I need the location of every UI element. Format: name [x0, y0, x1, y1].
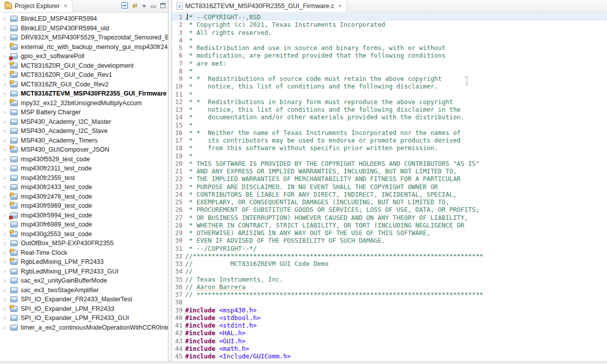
- chevron-right-icon[interactable]: ›: [4, 138, 9, 144]
- project-tree-item[interactable]: ›SPI_IO_Expander_FR2433_MasterTest: [0, 295, 168, 304]
- project-tree-item[interactable]: ›msp430g2553_test_code: [0, 230, 168, 239]
- project-tree-item[interactable]: ›msp430fr6989_test_code: [0, 220, 168, 230]
- project-tree-item[interactable]: ›msp430fr5969_test_code: [0, 201, 168, 211]
- chevron-right-icon[interactable]: ›: [4, 90, 9, 97]
- chevron-right-icon[interactable]: ›: [4, 184, 9, 190]
- tab-project-explorer[interactable]: Project Explorer ✕: [0, 0, 72, 12]
- line-number: 29: [172, 229, 185, 237]
- chevron-right-icon[interactable]: ›: [4, 175, 9, 181]
- tab-editor-file[interactable]: c MCT8316ZTEVM_MSP430FR2355_GUI_Firmware…: [172, 0, 347, 12]
- project-tree-item[interactable]: ›MCT8316ZR_GUI_Code_Rev2: [0, 80, 168, 89]
- project-tree-item[interactable]: ›OutOfBox_MSP-EXP430FR2355: [0, 239, 168, 248]
- tab-close-icon[interactable]: ✕: [338, 4, 342, 9]
- chevron-right-icon[interactable]: ›: [4, 128, 9, 134]
- code-line: 32//************************************…: [172, 252, 607, 260]
- project-explorer-tabbar: Project Explorer ✕ ⇄: [0, 0, 168, 13]
- project-tree-item[interactable]: ›MSP430_GUIComposer_JSON: [0, 145, 168, 155]
- project-tree-item[interactable]: ›MCT8316Z0R_GUI_Code_Rev1: [0, 70, 168, 80]
- project-name-label: msp430fr2355_test: [21, 174, 75, 181]
- project-tree-item[interactable]: ›gpio_ex3_softwarePoll: [0, 52, 168, 61]
- project-tree-item[interactable]: ›msp430fr2476_test_code: [0, 192, 168, 202]
- chevron-right-icon[interactable]: ›: [4, 268, 9, 275]
- link-with-editor-icon[interactable]: ⇄: [133, 3, 138, 9]
- chevron-right-icon[interactable]: ›: [4, 306, 9, 312]
- project-tree-item[interactable]: ›msp430fr5994_test_code: [0, 211, 168, 220]
- collapse-all-icon[interactable]: [121, 2, 128, 9]
- project-tree-item[interactable]: ›RgbLedMixing_LPM_FR2433_GUI: [0, 267, 168, 277]
- chevron-right-icon[interactable]: ›: [4, 296, 9, 302]
- code-text: * modification, are permitted provided t…: [185, 52, 446, 59]
- minimize-icon[interactable]: [151, 6, 156, 8]
- tab-close-icon[interactable]: ✕: [64, 4, 68, 9]
- chevron-right-icon[interactable]: ›: [4, 250, 9, 256]
- project-name-label: msp430fr2476_test_code: [21, 193, 92, 200]
- project-tree-item[interactable]: ›DRV832X_MSP430F5529_Trapezoidal_Sensore…: [0, 33, 168, 42]
- chevron-right-icon[interactable]: ›: [4, 34, 9, 40]
- ccs-project-icon: [10, 109, 18, 115]
- view-menu-icon[interactable]: [142, 5, 146, 8]
- ccs-project-icon: [10, 44, 18, 50]
- chevron-right-icon[interactable]: ›: [4, 240, 9, 246]
- chevron-right-icon[interactable]: ›: [4, 231, 9, 237]
- line-number: 6: [172, 52, 185, 59]
- chevron-right-icon[interactable]: ›: [4, 221, 9, 228]
- chevron-right-icon[interactable]: ›: [4, 44, 9, 50]
- project-overlay-icon: [10, 305, 14, 308]
- project-tree-item[interactable]: ›MSP Battery Charger: [0, 108, 168, 117]
- chevron-right-icon[interactable]: ›: [4, 72, 9, 78]
- code-line: 9 * * Redistributions of source code mus…: [172, 75, 607, 82]
- project-tree-item[interactable]: ›msp430fr2311_test_code: [0, 164, 168, 173]
- project-tree-item[interactable]: ›BlinkLED_MSP430FR5994_old: [0, 24, 168, 33]
- chevron-right-icon[interactable]: ›: [4, 119, 9, 125]
- project-tree-item[interactable]: ›SPI_IO_Expander_LPM_FR2433: [0, 304, 168, 314]
- project-tree-item[interactable]: ›BlinkLED_MSP430FR5994: [0, 14, 168, 24]
- chevron-right-icon[interactable]: ›: [4, 25, 9, 31]
- project-tree-item[interactable]: ›timer_a_ex2_continousModeOperationWithC…: [0, 323, 168, 333]
- chevron-right-icon[interactable]: ›: [4, 203, 9, 209]
- chevron-right-icon[interactable]: ›: [4, 287, 9, 293]
- chevron-right-icon[interactable]: ›: [4, 165, 9, 171]
- project-tree-item[interactable]: ›sac_ex2_unityGainBufferMode: [0, 276, 168, 286]
- chevron-right-icon[interactable]: ›: [4, 109, 9, 115]
- chevron-right-icon[interactable]: ›: [4, 63, 9, 69]
- project-tree-item[interactable]: ›sac_ex3_twoStageAmplifier: [0, 286, 168, 295]
- project-tree-item[interactable]: ›msp430fr2433_test_code: [0, 183, 168, 192]
- project-tree-item[interactable]: ›msp430fr2355_test: [0, 173, 168, 183]
- chevron-right-icon[interactable]: ›: [4, 81, 9, 87]
- chevron-right-icon[interactable]: ›: [4, 147, 9, 153]
- code-editor-area[interactable]: 1/* --COPYRIGHT--,BSD2 * Copyright (c) 2…: [172, 13, 607, 361]
- maximize-icon[interactable]: [160, 3, 165, 8]
- chevron-right-icon[interactable]: ›: [4, 16, 9, 22]
- project-tree-item[interactable]: ›MSP430_Academy_I2C_Master: [0, 117, 168, 127]
- code-text: #include <stdbool.h>: [185, 314, 261, 322]
- chevron-right-icon[interactable]: ›: [4, 212, 9, 218]
- project-overlay-icon: [10, 80, 14, 84]
- project-tree-item[interactable]: ›MSP430_Academy_Timers: [0, 136, 168, 146]
- project-tree-item[interactable]: ›external_rtc_with_backup_memory_gui_msp…: [0, 42, 168, 52]
- chevron-right-icon[interactable]: ›: [4, 325, 9, 331]
- project-tree-item[interactable]: ›mpy32_ex12_32bitUnsignedMultiplyAccum: [0, 99, 168, 108]
- code-text: *: [185, 90, 193, 98]
- chevron-right-icon[interactable]: ›: [4, 156, 9, 162]
- line-number: 41: [172, 322, 185, 329]
- window-bottom-edge: [0, 361, 607, 364]
- chevron-right-icon[interactable]: ›: [4, 100, 9, 106]
- code-line: 38: [172, 298, 607, 306]
- project-name-label: MSP430_Academy_I2C_Master: [21, 118, 111, 125]
- chevron-right-icon[interactable]: ›: [4, 259, 9, 265]
- project-name-label: external_rtc_with_backup_memory_gui_msp4…: [21, 43, 168, 51]
- code-line: 27 * OR BUSINESS INTERRUPTION) HOWEVER C…: [172, 214, 607, 221]
- line-number: 37: [172, 291, 185, 298]
- project-tree-item[interactable]: ›MSP430_Academy_I2C_Slave: [0, 126, 168, 136]
- project-tree-item[interactable]: ›SPI_IO_Expander_LPM_FR2433_GUI: [0, 313, 168, 323]
- project-tree-item[interactable]: ›msp430f5529_test_code: [0, 155, 168, 164]
- chevron-right-icon[interactable]: ›: [4, 53, 9, 59]
- chevron-right-icon[interactable]: ›: [4, 194, 9, 200]
- code-line: 43#include <GUI.h>: [172, 337, 607, 345]
- project-tree-item[interactable]: ›MCT8316Z0R_GUI_Code_development: [0, 61, 168, 71]
- chevron-right-icon[interactable]: ›: [4, 315, 9, 321]
- project-tree-item[interactable]: ›RgbLedMixing_LPM_FR2433: [0, 257, 168, 267]
- project-tree-item[interactable]: ›MCT8316ZTEVM_MSP430FR2355_GUI_Firmware …: [0, 89, 168, 99]
- chevron-right-icon[interactable]: ›: [4, 278, 9, 284]
- project-tree-item[interactable]: ›Real-Time Clock: [0, 248, 168, 258]
